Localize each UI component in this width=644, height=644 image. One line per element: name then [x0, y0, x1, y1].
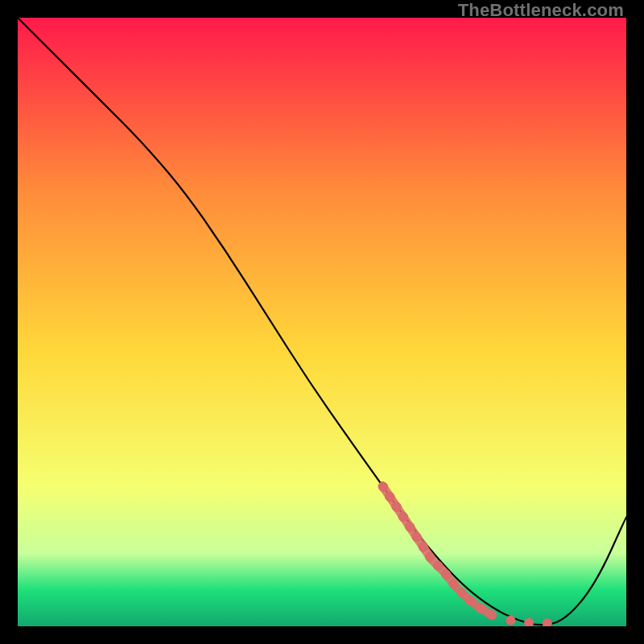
chart-container: TheBottleneck.com [0, 0, 644, 644]
plot-area [18, 18, 626, 626]
watermark-label: TheBottleneck.com [458, 0, 624, 21]
chart-svg [18, 18, 626, 626]
highlight-dot [506, 615, 515, 625]
